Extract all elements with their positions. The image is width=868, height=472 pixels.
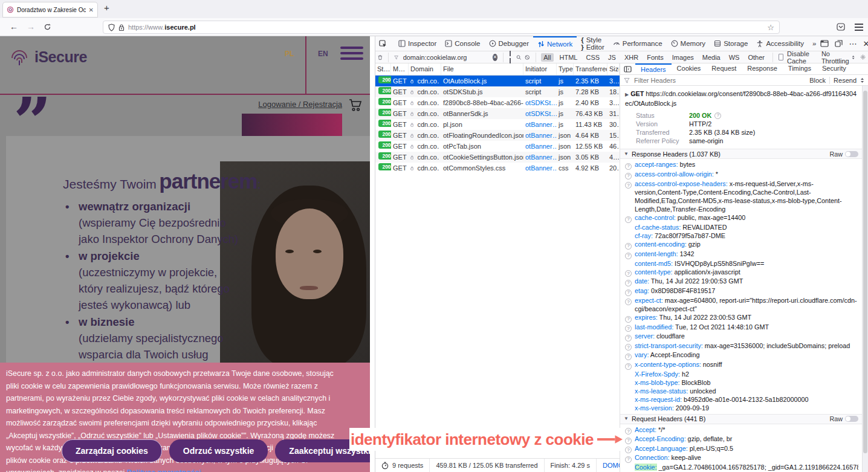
header-help-icon[interactable]: ? [625, 456, 632, 463]
browser-menu-icon[interactable] [855, 24, 863, 31]
lang-switch-pl[interactable]: PL [285, 50, 294, 58]
clear-filter-icon[interactable]: ✕ [493, 54, 498, 61]
header-help-icon[interactable]: ? [625, 344, 632, 351]
reject-all-button[interactable]: Odrzuć wszystkie [169, 439, 268, 462]
network-request-row[interactable]: 200GETcdn.co…otBannerSdk.jsotSDKSt…js76.… [375, 108, 620, 119]
search-icon[interactable] [516, 54, 522, 61]
disable-cache-label[interactable]: Disable Cache [787, 50, 818, 65]
manage-cookies-button[interactable]: Zarządzaj cookies [62, 439, 162, 462]
tab-accessibility[interactable]: Accessibility [752, 36, 808, 51]
throttling-select[interactable]: No Throttling [821, 50, 855, 65]
header-help-icon[interactable]: ? [625, 354, 632, 360]
login-register-link[interactable]: Logowanie / Rejestracja [258, 100, 342, 109]
tab-request[interactable]: Request [706, 63, 742, 75]
disable-cache-checkbox[interactable] [779, 54, 783, 60]
tab-storage[interactable]: Storage [710, 36, 752, 51]
tab-network[interactable]: Network [533, 36, 577, 51]
pick-element-icon[interactable] [375, 40, 390, 48]
shield-icon[interactable] [108, 24, 115, 31]
forward-button[interactable]: → [27, 22, 35, 31]
network-request-row[interactable]: 200GETcdn.co…f2890bc8-88eb-4bac-a266-df9… [375, 97, 620, 108]
type-filter-other[interactable]: Other [745, 53, 767, 62]
header-help-icon[interactable]: ? [625, 325, 632, 332]
tab-timings[interactable]: Timings [783, 63, 817, 75]
lock-icon[interactable] [118, 24, 125, 31]
pause-traffic-icon[interactable] [509, 50, 513, 65]
type-filter-images[interactable]: Images [670, 53, 696, 62]
raw-toggle[interactable] [845, 416, 858, 422]
site-menu-icon[interactable] [340, 47, 363, 63]
network-request-row[interactable]: 200GETcdn.co…otSDKStub.jsscriptjs7.28 KB… [375, 86, 620, 97]
header-help-icon[interactable]: ? [625, 289, 632, 296]
type-filter-media[interactable]: Media [700, 53, 723, 62]
request-url-line[interactable]: ▶ GET https://cdn.cookielaw.org/consent/… [620, 86, 862, 110]
tab-memory[interactable]: Memory [667, 36, 710, 51]
block-icon[interactable] [525, 54, 530, 61]
separate-window-icon[interactable] [835, 40, 843, 47]
header-help-icon[interactable]: ? [625, 447, 632, 453]
tab-close-icon[interactable]: ✕ [89, 7, 94, 13]
cart-icon[interactable] [348, 99, 363, 112]
type-filter-all[interactable]: All [541, 53, 553, 62]
network-request-row[interactable]: 200GETcdn.co…otPcTab.jsonotBanner…json12… [375, 141, 620, 152]
scrollbar[interactable] [862, 86, 868, 472]
tab-style-editor[interactable]: { }Style Editor [577, 36, 609, 51]
header-help-icon[interactable]: ? [625, 253, 632, 259]
back-button[interactable]: ← [10, 22, 18, 31]
bookmark-star-icon[interactable]: ☆ [767, 23, 774, 32]
header-help-icon[interactable]: ? [625, 216, 632, 223]
tab-console[interactable]: Console [441, 36, 484, 51]
network-request-row[interactable]: 200GETcdn.co…OtAutoBlock.jsscriptjs2.35 … [375, 76, 620, 86]
network-request-row[interactable]: 200GETcdn.co…pl.jsonotBanner…js11.43 KB3… [375, 119, 620, 130]
response-headers-section[interactable]: ▼ Response Headers (1.037 KB) Raw [620, 149, 862, 159]
header-help-icon[interactable]: ? [625, 243, 632, 250]
site-logo[interactable]: iSecure [8, 46, 87, 68]
devtools-close-icon[interactable]: ✕ [863, 39, 868, 48]
header-help-icon[interactable]: ? [625, 173, 632, 179]
tab-performance[interactable]: Performance [609, 36, 667, 51]
new-tab-button[interactable]: + [104, 2, 109, 13]
lang-switch-en[interactable]: EN [318, 50, 328, 58]
filter-urls-input[interactable] [402, 53, 489, 62]
header-help-icon[interactable]: ? [625, 182, 632, 189]
tab-security[interactable]: Security [817, 63, 852, 75]
header-help-icon[interactable]: ? [625, 316, 632, 323]
network-settings-gear-icon[interactable] [860, 53, 866, 61]
tab-debugger[interactable]: Debugger [485, 36, 534, 51]
network-request-row[interactable]: 200GETcdn.co…otCookieSettingsButton.json… [375, 152, 620, 163]
tab-cookies[interactable]: Cookies [672, 63, 707, 75]
pocket-icon[interactable] [837, 23, 845, 31]
request-headers-section[interactable]: ▼ Request Headers (441 B) Raw [620, 414, 862, 424]
type-filter-html[interactable]: HTML [557, 53, 580, 62]
tab-headers[interactable]: Headers [635, 63, 672, 75]
header-help-icon[interactable]: ? [625, 335, 632, 341]
header-help-icon[interactable]: ? [625, 438, 632, 444]
type-filter-css[interactable]: CSS [583, 53, 602, 62]
block-button[interactable]: Block [809, 77, 826, 84]
request-list-columns[interactable]: St…M… DomainFile InitiatorType Transferr… [375, 63, 620, 76]
collapse-pane-icon[interactable] [620, 66, 635, 73]
status-help-icon[interactable]: ? [714, 112, 721, 119]
trash-icon[interactable] [378, 54, 383, 61]
network-request-row[interactable]: 200GETcdn.co…otCommonStyles.cssotBanner…… [375, 163, 620, 173]
tab-response[interactable]: Response [742, 63, 783, 75]
header-help-icon[interactable]: ? [625, 299, 632, 305]
header-help-icon[interactable]: ? [625, 428, 632, 435]
reload-button[interactable] [44, 23, 51, 31]
type-filter-js[interactable]: JS [606, 53, 618, 62]
url-bar[interactable]: https://www.isecure.pl ☆ [103, 21, 780, 34]
privacy-policy-link[interactable]: Polityce prywatności [127, 468, 201, 472]
header-help-icon[interactable]: ? [625, 363, 632, 370]
type-filter-xhr[interactable]: XHR [622, 53, 641, 62]
more-tabs-chevron[interactable]: » [808, 36, 820, 51]
header-help-icon[interactable]: ? [625, 270, 632, 277]
raw-toggle[interactable] [845, 151, 858, 157]
type-filter-ws[interactable]: WS [727, 53, 742, 62]
filter-headers-input[interactable] [633, 76, 726, 85]
dock-icon[interactable] [820, 40, 829, 47]
network-request-row[interactable]: 200GETcdn.co…otFloatingRoundedIcon.jsono… [375, 130, 620, 141]
type-filter-fonts[interactable]: Fonts [644, 53, 666, 62]
browser-tab[interactable]: Doradztwo w Zakresie Ochrony Dany ✕ [2, 2, 98, 18]
header-help-icon[interactable]: ? [625, 280, 632, 286]
resend-button[interactable]: Resend [834, 77, 857, 84]
